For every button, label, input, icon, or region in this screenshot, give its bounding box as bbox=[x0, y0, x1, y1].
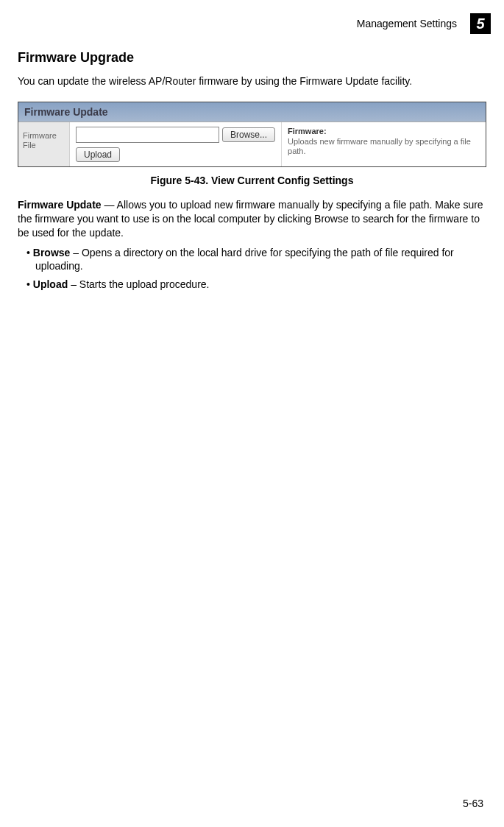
page-content: Firmware Upgrade You can update the wire… bbox=[0, 40, 504, 292]
panel-left-label: Firmware File bbox=[18, 122, 70, 166]
section-title: Firmware Upgrade bbox=[18, 50, 486, 66]
file-row: Browse... bbox=[76, 127, 275, 143]
browse-term: Browse bbox=[33, 247, 71, 258]
panel-desc-text: Uploads new firmware manually by specify… bbox=[288, 137, 480, 156]
panel-desc-title: Firmware: bbox=[288, 127, 480, 136]
page-number: 5-63 bbox=[463, 798, 483, 809]
header-section-label: Management Settings bbox=[357, 18, 457, 29]
page-header: Management Settings 5 bbox=[0, 0, 504, 40]
bullet-list: Browse – Opens a directory on the local … bbox=[18, 246, 486, 292]
upload-text: – Starts the upload procedure. bbox=[68, 278, 209, 290]
screenshot-titlebar: Firmware Update bbox=[18, 102, 486, 122]
firmware-update-description: Firmware Update — Allows you to upload n… bbox=[18, 198, 486, 240]
section-intro: You can update the wireless AP/Router fi… bbox=[18, 74, 486, 88]
panel-controls: Browse... Upload bbox=[70, 122, 281, 166]
firmware-update-term: Firmware Update bbox=[18, 199, 102, 211]
browse-text: – Opens a directory on the local hard dr… bbox=[35, 247, 454, 272]
browse-button[interactable]: Browse... bbox=[222, 127, 275, 142]
panel-description: Firmware: Uploads new firmware manually … bbox=[281, 122, 486, 166]
list-item: Browse – Opens a directory on the local … bbox=[22, 246, 486, 274]
chapter-number-box: 5 bbox=[470, 13, 491, 34]
upload-button[interactable]: Upload bbox=[76, 147, 120, 162]
figure-caption: Figure 5-43. View Current Config Setting… bbox=[18, 175, 486, 186]
screenshot-panel: Firmware File Browse... Upload Firmware:… bbox=[18, 122, 486, 166]
list-item: Upload – Starts the upload procedure. bbox=[22, 278, 486, 292]
upload-term: Upload bbox=[33, 278, 68, 290]
firmware-update-screenshot: Firmware Update Firmware File Browse... … bbox=[18, 102, 486, 167]
titlebar-text: Firmware Update bbox=[24, 106, 108, 118]
firmware-file-input[interactable] bbox=[76, 127, 219, 143]
